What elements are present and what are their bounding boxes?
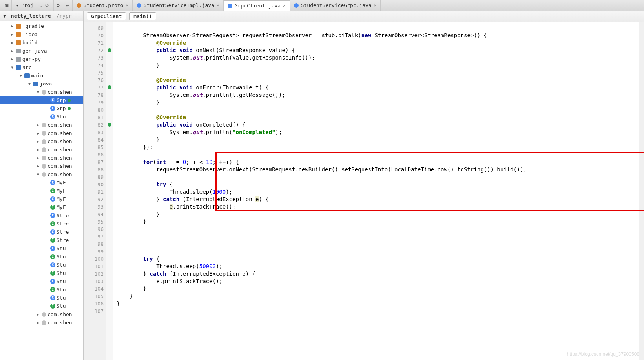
expand-arrow-icon[interactable]: ▶ bbox=[10, 40, 15, 45]
expand-arrow-icon[interactable]: ▼ bbox=[36, 90, 40, 94]
close-icon[interactable]: ✕ bbox=[126, 3, 128, 8]
line-number[interactable]: 74 bbox=[84, 62, 106, 69]
tree-row[interactable]: ▼main bbox=[0, 71, 83, 80]
line-number[interactable]: 97 bbox=[84, 233, 106, 240]
expand-arrow-icon[interactable]: ▼ bbox=[10, 65, 15, 69]
line-number[interactable]: 73 bbox=[84, 54, 106, 62]
line-number[interactable]: 103 bbox=[84, 278, 106, 285]
tree-row[interactable]: CStu bbox=[0, 113, 83, 121]
tree-row[interactable]: CStu bbox=[0, 277, 83, 285]
tree-row[interactable]: ▶com.shen bbox=[0, 310, 83, 318]
tree-row[interactable]: CGrp bbox=[0, 96, 83, 104]
expand-arrow-icon[interactable]: ▶ bbox=[36, 320, 40, 325]
project-tree[interactable]: ▶.gradle▶.idea▶build▶gen-java▶gen-py▼src… bbox=[0, 21, 83, 327]
tree-row[interactable]: ▶.idea bbox=[0, 30, 83, 38]
line-gutter[interactable]: 6970717273747576777879808182838485868788… bbox=[84, 22, 106, 360]
line-number[interactable]: 86 bbox=[84, 151, 106, 158]
tree-row[interactable]: CMyF bbox=[0, 195, 83, 203]
collapse-icon[interactable]: ⇤ bbox=[63, 0, 73, 11]
tree-row[interactable]: ▶com.shen bbox=[0, 154, 83, 162]
tree-row[interactable]: IStre bbox=[0, 220, 83, 228]
line-number[interactable]: 98 bbox=[84, 240, 106, 248]
close-icon[interactable]: ✕ bbox=[374, 3, 377, 8]
tree-row[interactable]: IMyF bbox=[0, 187, 83, 195]
project-tool-button[interactable]: ▣ bbox=[2, 0, 12, 11]
line-number[interactable]: 85 bbox=[84, 144, 106, 151]
override-gutter-icon[interactable] bbox=[108, 123, 111, 127]
line-number[interactable]: 104 bbox=[84, 285, 106, 293]
gear-icon[interactable]: ⚙ bbox=[54, 0, 63, 11]
tree-row[interactable]: CStu bbox=[0, 244, 83, 253]
expand-arrow-icon[interactable]: ▶ bbox=[10, 49, 15, 53]
tree-row[interactable]: ▶.gradle bbox=[0, 22, 83, 30]
expand-arrow-icon[interactable]: ▶ bbox=[36, 164, 40, 168]
file-tab[interactable]: Student.proto✕ bbox=[73, 0, 133, 11]
line-number[interactable]: 90 bbox=[84, 181, 106, 188]
line-number[interactable]: 81 bbox=[84, 114, 106, 121]
tree-row[interactable]: ▼java bbox=[0, 80, 83, 88]
line-number[interactable]: 100 bbox=[84, 255, 106, 263]
tree-row[interactable]: ▶com.shen bbox=[0, 121, 83, 129]
line-number[interactable]: 69 bbox=[84, 24, 106, 32]
line-number[interactable]: 76 bbox=[84, 76, 106, 84]
tree-row[interactable]: ▶com.shen bbox=[0, 162, 83, 170]
tree-row[interactable]: ▶com.shen bbox=[0, 129, 83, 137]
tree-row[interactable]: CStre bbox=[0, 228, 83, 236]
project-root[interactable]: ▼ netty_lecture ~/mypr bbox=[0, 11, 83, 21]
line-number[interactable]: 80 bbox=[84, 106, 106, 114]
override-gutter-icon[interactable] bbox=[108, 48, 111, 52]
line-number[interactable]: 96 bbox=[84, 225, 106, 233]
refresh-icon[interactable]: ⟳ bbox=[45, 2, 49, 8]
tree-row[interactable]: IStu bbox=[0, 253, 83, 261]
tree-row[interactable]: ▶com.shen bbox=[0, 137, 83, 145]
expand-arrow-icon[interactable]: ▼ bbox=[36, 172, 40, 176]
line-number[interactable]: 87 bbox=[84, 158, 106, 166]
close-icon[interactable]: ✕ bbox=[283, 3, 286, 8]
line-number[interactable]: 107 bbox=[84, 307, 106, 315]
tree-row[interactable]: IStu bbox=[0, 285, 83, 294]
line-number[interactable]: 94 bbox=[84, 211, 106, 218]
file-tab[interactable]: StudentServiceImpl.java✕ bbox=[133, 0, 224, 11]
expand-arrow-icon[interactable]: ▶ bbox=[36, 131, 40, 135]
line-number[interactable]: 75 bbox=[84, 69, 106, 76]
expand-arrow-icon[interactable]: ▶ bbox=[36, 156, 40, 160]
file-tab[interactable]: GrpcClient.java✕ bbox=[224, 0, 290, 11]
tree-row[interactable]: ▶gen-java bbox=[0, 47, 83, 55]
line-number[interactable]: 83 bbox=[84, 129, 106, 136]
expand-arrow-icon[interactable]: ▶ bbox=[36, 123, 40, 127]
tree-row[interactable]: ▼com.shen bbox=[0, 170, 83, 178]
expand-arrow-icon[interactable]: ▶ bbox=[10, 57, 15, 61]
tree-row[interactable]: ▶com.shen bbox=[0, 145, 83, 154]
line-number[interactable]: 99 bbox=[84, 248, 106, 255]
project-label-tab[interactable]: ▾ Proj... ⟳ bbox=[12, 0, 54, 11]
line-number[interactable]: 106 bbox=[84, 300, 106, 307]
tree-row[interactable]: IStu bbox=[0, 269, 83, 277]
tree-row[interactable]: IStre bbox=[0, 236, 83, 244]
expand-arrow-icon[interactable]: ▶ bbox=[36, 139, 40, 144]
breadcrumb-method[interactable]: main() bbox=[129, 12, 156, 20]
expand-arrow-icon[interactable]: ▶ bbox=[10, 24, 15, 28]
expand-arrow-icon[interactable]: ▶ bbox=[10, 32, 15, 36]
vertical-scrollbar[interactable] bbox=[639, 22, 644, 360]
tree-row[interactable]: ▶gen-py bbox=[0, 55, 83, 63]
line-number[interactable]: 102 bbox=[84, 270, 106, 278]
tree-row[interactable]: ▶build bbox=[0, 38, 83, 47]
line-number[interactable]: 79 bbox=[84, 99, 106, 106]
tree-row[interactable]: CStu bbox=[0, 261, 83, 269]
line-number[interactable]: 82 bbox=[84, 121, 106, 129]
file-tab[interactable]: StudentServiceGrpc.java✕ bbox=[290, 0, 381, 11]
close-icon[interactable]: ✕ bbox=[217, 3, 219, 8]
tree-row[interactable]: CStre bbox=[0, 211, 83, 220]
line-number[interactable]: 101 bbox=[84, 263, 106, 270]
expand-arrow-icon[interactable]: ▶ bbox=[36, 147, 40, 152]
fold-bar[interactable] bbox=[106, 22, 113, 360]
tree-row[interactable]: CGrp bbox=[0, 104, 83, 113]
breadcrumb-class[interactable]: GrpcClient bbox=[87, 12, 126, 20]
line-number[interactable]: 78 bbox=[84, 91, 106, 99]
expand-arrow-icon[interactable]: ▼ bbox=[18, 73, 23, 78]
override-gutter-icon[interactable] bbox=[108, 85, 111, 89]
line-number[interactable]: 93 bbox=[84, 203, 106, 211]
tree-row[interactable]: CMyF bbox=[0, 178, 83, 187]
tree-row[interactable]: IMyF bbox=[0, 203, 83, 211]
tree-row[interactable]: ▼src bbox=[0, 63, 83, 71]
